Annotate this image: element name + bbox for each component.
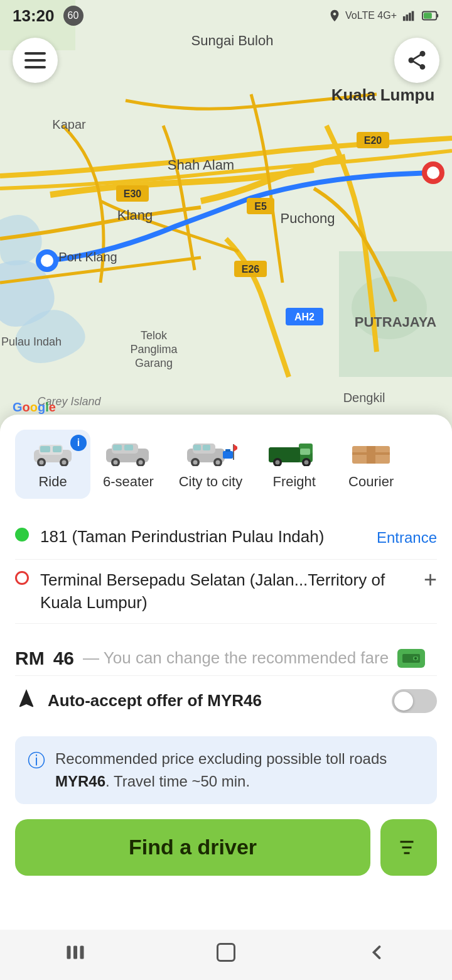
svg-rect-1 bbox=[406, 14, 409, 21]
svg-rect-66 bbox=[223, 451, 233, 459]
entrance-badge[interactable]: Entrance bbox=[377, 525, 437, 550]
svg-text:Klang: Klang bbox=[117, 207, 153, 223]
sixseater-icon-container bbox=[103, 438, 153, 469]
svg-rect-49 bbox=[53, 446, 62, 452]
svg-point-83 bbox=[414, 657, 417, 660]
svg-rect-87 bbox=[218, 944, 235, 961]
fare-currency: RM bbox=[15, 648, 45, 669]
svg-rect-0 bbox=[403, 16, 406, 21]
svg-rect-41 bbox=[24, 66, 46, 68]
svg-text:Kapar: Kapar bbox=[52, 117, 86, 131]
svg-rect-2 bbox=[409, 13, 411, 21]
svg-text:Shah Alam: Shah Alam bbox=[168, 157, 234, 173]
map-area: E30 E5 E20 E26 AH2 Sungai Buloh Kuala Lu… bbox=[0, 0, 452, 440]
tab-courier-label: Courier bbox=[348, 474, 394, 490]
location-icon bbox=[328, 9, 342, 23]
filter-icon bbox=[397, 836, 420, 859]
svg-text:E20: E20 bbox=[364, 135, 382, 146]
svg-text:Sungai Buloh: Sungai Buloh bbox=[191, 33, 274, 48]
svg-text:E5: E5 bbox=[254, 201, 267, 212]
tab-6seater[interactable]: 6-seater bbox=[90, 430, 166, 499]
add-stop-button[interactable]: + bbox=[424, 569, 437, 591]
svg-text:Panglima: Panglima bbox=[130, 343, 178, 356]
nav-home-icon bbox=[215, 941, 237, 964]
freight-van-icon bbox=[267, 441, 321, 466]
tab-freight-label: Freight bbox=[272, 474, 315, 490]
tab-ride-label: Ride bbox=[38, 474, 67, 490]
wallet-svg bbox=[402, 652, 421, 665]
wallet-icon bbox=[397, 649, 425, 668]
origin-text: 181 (Taman Perindustrian Pulau Indah) bbox=[40, 525, 365, 548]
svg-rect-3 bbox=[412, 11, 414, 21]
svg-text:E26: E26 bbox=[242, 264, 260, 275]
fare-amount: 46 bbox=[53, 648, 74, 669]
menu-button[interactable] bbox=[13, 38, 58, 83]
fare-note: — You can change the recommended fare bbox=[83, 648, 389, 668]
citytocity-car-icon bbox=[184, 441, 237, 466]
freight-icon-container bbox=[267, 438, 321, 469]
info-box-text: Recommended price excluding possible tol… bbox=[55, 748, 424, 793]
svg-text:Garang: Garang bbox=[135, 357, 173, 369]
svg-rect-72 bbox=[269, 447, 300, 462]
info-myr-highlight: MYR46 bbox=[55, 773, 105, 790]
citytocity-icon-container bbox=[184, 438, 237, 469]
svg-point-55 bbox=[139, 460, 143, 465]
svg-text:AH2: AH2 bbox=[294, 312, 315, 322]
destination-row[interactable]: Terminal Bersepadu Selatan (Jalan...Terr… bbox=[15, 560, 437, 624]
service-tabs: i Ride 6-seater bbox=[15, 430, 437, 499]
svg-rect-5 bbox=[436, 14, 438, 18]
bottom-nav bbox=[0, 930, 452, 980]
battery-icon bbox=[422, 9, 439, 23]
nav-menu-icon bbox=[64, 941, 87, 964]
ride-icon-container: i bbox=[28, 438, 78, 469]
svg-rect-64 bbox=[193, 445, 201, 450]
svg-text:Port Klang: Port Klang bbox=[58, 250, 117, 264]
hamburger-icon bbox=[24, 52, 46, 68]
origin-dot bbox=[15, 528, 29, 542]
tab-ride[interactable]: i Ride bbox=[15, 430, 90, 499]
svg-point-63 bbox=[215, 460, 220, 465]
tab-courier[interactable]: Courier bbox=[333, 430, 409, 499]
auto-accept-label: Auto-accept offer of MYR46 bbox=[48, 691, 382, 710]
svg-text:Pulau Indah: Pulau Indah bbox=[1, 335, 62, 348]
find-driver-button[interactable]: Find a driver bbox=[15, 819, 370, 876]
signal-icon bbox=[401, 9, 418, 23]
tab-6seater-label: 6-seater bbox=[103, 474, 154, 490]
svg-text:Telok: Telok bbox=[141, 329, 168, 342]
svg-text:Dengkil: Dengkil bbox=[343, 391, 385, 405]
courier-icon-container bbox=[349, 438, 393, 469]
tab-citytocity-label: City to city bbox=[179, 474, 242, 490]
share-icon bbox=[406, 49, 428, 72]
destination-dot bbox=[15, 571, 29, 585]
nav-back-button[interactable] bbox=[365, 941, 388, 969]
svg-rect-6 bbox=[424, 13, 432, 18]
info-badge: i bbox=[70, 435, 87, 451]
fare-row: RM 46 — You can change the recommended f… bbox=[15, 636, 437, 675]
share-button[interactable] bbox=[394, 38, 439, 83]
map-svg: E30 E5 E20 E26 AH2 Sungai Buloh Kuala Lu… bbox=[0, 0, 452, 440]
info-circle-icon: ⓘ bbox=[28, 749, 45, 773]
svg-rect-57 bbox=[124, 445, 133, 450]
svg-rect-77 bbox=[300, 449, 310, 455]
nav-home-button[interactable] bbox=[215, 941, 237, 969]
status-icons: VoLTE 4G+ bbox=[328, 9, 439, 23]
svg-text:Puchong: Puchong bbox=[281, 210, 335, 226]
tab-city-to-city[interactable]: City to city bbox=[166, 430, 255, 499]
svg-point-74 bbox=[276, 460, 280, 465]
nav-menu-button[interactable] bbox=[64, 941, 87, 969]
svg-rect-39 bbox=[24, 52, 46, 55]
auto-accept-toggle[interactable] bbox=[392, 689, 437, 713]
svg-rect-65 bbox=[203, 445, 210, 450]
status-bar: 13:20 60 VoLTE 4G+ bbox=[0, 0, 452, 31]
svg-rect-85 bbox=[73, 945, 77, 959]
filter-button[interactable] bbox=[380, 819, 437, 876]
tab-freight[interactable]: Freight bbox=[255, 430, 333, 499]
toggle-knob bbox=[394, 692, 413, 710]
svg-rect-86 bbox=[80, 945, 84, 959]
nav-icon-svg bbox=[15, 687, 38, 710]
svg-rect-48 bbox=[40, 446, 50, 452]
svg-point-47 bbox=[62, 460, 67, 465]
navigation-icon bbox=[15, 687, 38, 715]
svg-rect-67 bbox=[225, 449, 230, 452]
origin-row: 181 (Taman Perindustrian Pulau Indah) En… bbox=[15, 516, 437, 560]
